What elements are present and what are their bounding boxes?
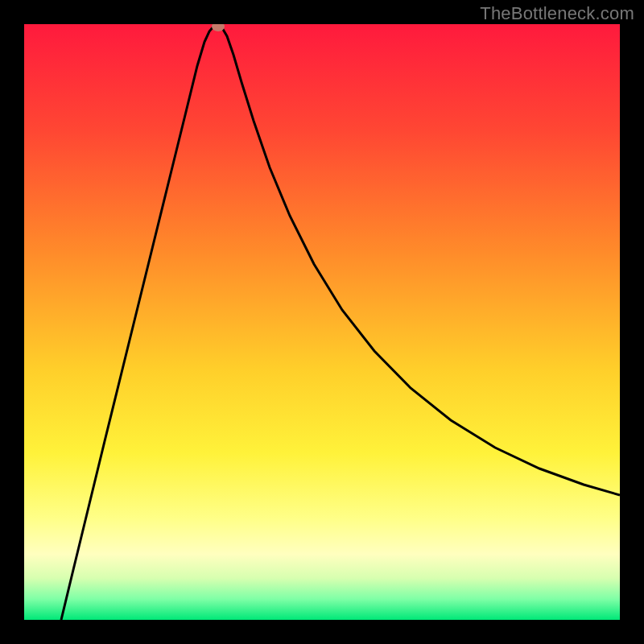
bottleneck-curve (61, 24, 620, 620)
curve-layer (24, 24, 620, 620)
chart-frame: { "watermark": { "text": "TheBottleneck.… (0, 0, 644, 644)
plot-area (24, 24, 620, 620)
watermark-text: TheBottleneck.com (480, 3, 634, 24)
